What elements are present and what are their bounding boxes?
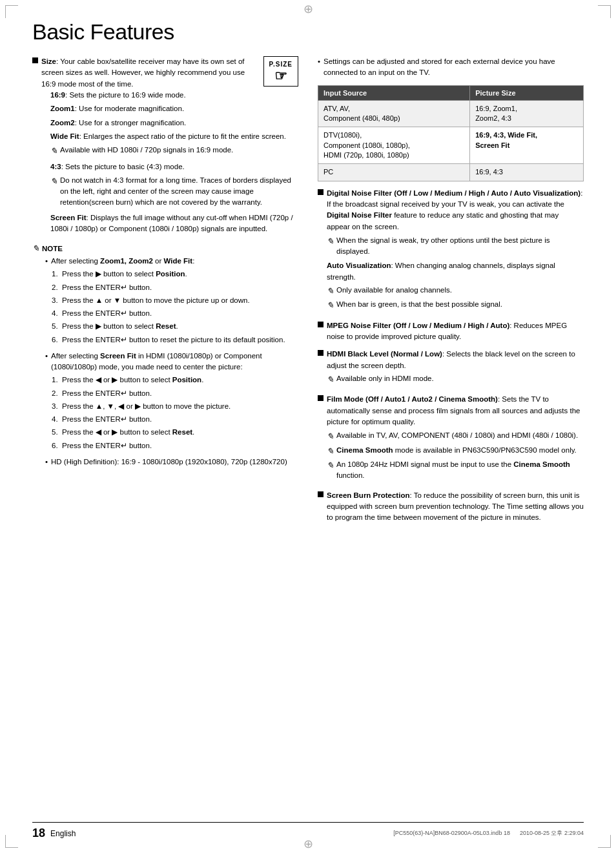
step-1-1: 1.Press the ▶ button to select Position. <box>52 269 298 280</box>
pencil-fm3-icon: ✎ <box>327 459 334 472</box>
pencil-dnf-icon: ✎ <box>327 235 334 248</box>
digital-noise-bullet: Digital Noise Filter (Off / Low / Medium… <box>318 188 584 314</box>
fm-note3-text: An 1080p 24Hz HDMI signal must be input … <box>336 459 584 482</box>
note-item-3: • HD (High Definition): 16:9 - 1080i/108… <box>45 457 298 468</box>
size-zoom1: Zoom1: Use for moderate magnification. <box>50 103 298 114</box>
note-pencil-icon: ✎ <box>32 243 39 253</box>
film-mode-section: Film Mode (Off / Auto1 / Auto2 / Cinema … <box>318 394 584 483</box>
corner-mark-br <box>598 835 611 848</box>
table-row: ATV, AV,Component (480i, 480p) 16:9, Zoo… <box>318 100 584 127</box>
fm-note2: ✎ Cinema Smooth mode is available in PN6… <box>327 445 584 458</box>
screen-burn-text: Screen Burn Protection: To reduce the po… <box>327 490 584 524</box>
table-cell-pc: PC <box>318 164 470 181</box>
note-header: ✎ NOTE <box>32 243 298 253</box>
table-row: PC 16:9, 4:3 <box>318 164 584 181</box>
numbered-list-2: 1.Press the ◀ or ▶ button to select Posi… <box>52 375 298 451</box>
pencil-fm2-icon: ✎ <box>327 445 334 458</box>
step-2-6: 6.Press the ENTER↵ button. <box>52 440 298 451</box>
dnf-note1-text: When the signal is weak, try other optio… <box>336 235 584 258</box>
table-header-input: Input Source <box>318 85 470 100</box>
mpeg-noise-text: MPEG Noise Filter (Off / Low / Medium / … <box>327 320 584 343</box>
auto-viz-note1-text: Only available for analog channels. <box>336 285 452 296</box>
screen-burn-bullet: Screen Burn Protection: To reduce the po… <box>318 490 584 524</box>
table-cell-dtv-size: 16:9, 4:3, Wide Fit,Screen Fit <box>470 127 584 164</box>
page-title: Basic Features <box>32 19 584 45</box>
fm-note2-text: Cinema Smooth mode is available in PN63C… <box>336 445 577 456</box>
corner-mark-tr <box>598 5 611 18</box>
digital-noise-text: Digital Noise Filter (Off / Low / Medium… <box>327 188 584 314</box>
hdmi-black-text: HDMI Black Level (Normal / Low): Selects… <box>327 349 584 387</box>
table-header-size: Picture Size <box>470 85 584 100</box>
note-43: ✎ Do not watch in 4:3 format for a long … <box>50 175 298 209</box>
size-16-9: 16:9: Sets the picture to 16:9 wide mode… <box>50 90 298 101</box>
size-43: 4:3: Sets the picture to basic (4:3) mod… <box>50 161 298 172</box>
settings-note-text: Settings can be adjusted and stored for … <box>323 56 584 79</box>
size-wide-fit: Wide Fit: Enlarges the aspect ratio of t… <box>50 131 298 142</box>
pencil-43-icon: ✎ <box>50 175 57 188</box>
size-label: Size <box>41 57 56 65</box>
step-1-4: 4.Press the ENTER↵ button. <box>52 308 298 319</box>
bullet-dot-1: • <box>45 256 48 267</box>
corner-mark-bl <box>5 835 18 848</box>
pencil-icon: ✎ <box>50 145 57 158</box>
table-cell-dtv: DTV(1080i),Component (1080i, 1080p),HDMI… <box>318 127 470 164</box>
hdmi-black-section: HDMI Black Level (Normal / Low): Selects… <box>318 349 584 387</box>
step-2-5: 5.Press the ◀ or ▶ button to select Rese… <box>52 427 298 438</box>
pencil-av1-icon: ✎ <box>327 285 334 298</box>
note-bullet-1: • After selecting Zoom1, Zoom2 or Wide F… <box>45 256 298 267</box>
size-intro-text: Size: Your cable box/satellite receiver … <box>41 56 298 237</box>
step-1-2: 2.Press the ENTER↵ button. <box>52 282 298 293</box>
mpeg-noise-section: MPEG Noise Filter (Off / Low / Medium / … <box>318 320 584 343</box>
pencil-hbl-icon: ✎ <box>327 373 334 386</box>
digital-noise-section: Digital Noise Filter (Off / Low / Medium… <box>318 188 584 314</box>
size-bullet-row: Size: Your cable box/satellite receiver … <box>32 56 298 237</box>
hbl-note: ✎ Available only in HDMI mode. <box>327 373 584 386</box>
auto-viz: Auto Visualization: When changing analog… <box>327 260 584 283</box>
page: ⊕ ⊕ Basic Features Size: Your cable box/… <box>0 0 616 853</box>
psize-button: P.SIZE ☞ <box>263 56 298 87</box>
square-bullet-mnf <box>318 322 323 327</box>
screen-burn-section: Screen Burn Protection: To reduce the po… <box>318 490 584 524</box>
film-mode-text: Film Mode (Off / Auto1 / Auto2 / Cinema … <box>327 394 584 483</box>
square-bullet-dnf <box>318 189 323 195</box>
step-2-4: 4.Press the ENTER↵ button. <box>52 414 298 425</box>
size-desc: : Your cable box/satellite receiver may … <box>41 57 245 88</box>
film-mode-bullet: Film Mode (Off / Auto1 / Auto2 / Cinema … <box>318 394 584 483</box>
table-cell-atv-size: 16:9, Zoom1,Zoom2, 4:3 <box>470 100 584 127</box>
hbl-note-text: Available only in HDMI mode. <box>336 373 434 384</box>
step-2-3: 3.Press the ▲, ▼, ◀ or ▶ button to move … <box>52 401 298 412</box>
note-item-2: • After selecting Screen Fit in HDMI (10… <box>45 351 298 451</box>
fm-note1: ✎ Available in TV, AV, COMPONENT (480i /… <box>327 430 584 443</box>
content-area: Size: Your cable box/satellite receiver … <box>32 56 584 529</box>
right-column: • Settings can be adjusted and stored fo… <box>318 56 584 529</box>
center-mark-top: ⊕ <box>303 2 313 16</box>
footer-page-number: 18 <box>32 827 45 840</box>
note-bullet-3-text: HD (High Definition): 16:9 - 1080i/1080p… <box>51 457 287 468</box>
square-bullet-fm <box>318 395 323 401</box>
dnf-note1: ✎ When the signal is weak, try other opt… <box>327 235 584 258</box>
square-bullet-sbp <box>318 491 323 497</box>
pencil-av2-icon: ✎ <box>327 299 334 312</box>
settings-note: • Settings can be adjusted and stored fo… <box>318 56 584 79</box>
square-bullet-hbl <box>318 350 323 356</box>
auto-viz-note2-text: When bar is green, is that the best poss… <box>336 299 502 310</box>
fm-note3: ✎ An 1080p 24Hz HDMI signal must be inpu… <box>327 459 584 482</box>
note-item-1: • After selecting Zoom1, Zoom2 or Wide F… <box>45 256 298 345</box>
bullet-dot-2: • <box>45 351 48 362</box>
bullet-dot-3: • <box>45 457 48 468</box>
note-label: NOTE <box>42 245 63 252</box>
size-section: Size: Your cable box/satellite receiver … <box>32 56 298 237</box>
mpeg-noise-bullet: MPEG Noise Filter (Off / Low / Medium / … <box>318 320 584 343</box>
note-bullet-1-text: After selecting Zoom1, Zoom2 or Wide Fit… <box>51 256 194 267</box>
note-hd: ✎ Available with HD 1080i / 720p signals… <box>50 145 298 158</box>
note-bullet-2-text: After selecting Screen Fit in HDMI (1080… <box>51 351 298 373</box>
note-bullet-2: • After selecting Screen Fit in HDMI (10… <box>45 351 298 373</box>
table-row: DTV(1080i),Component (1080i, 1080p),HDMI… <box>318 127 584 164</box>
bullet-dot-settings: • <box>318 56 320 67</box>
auto-viz-note1: ✎ Only available for analog channels. <box>327 285 584 298</box>
note-43-text: Do not watch in 4:3 format for a long ti… <box>60 175 298 209</box>
fm-note1-text: Available in TV, AV, COMPONENT (480i / 1… <box>336 430 578 441</box>
hand-icon: ☞ <box>274 69 287 83</box>
table-cell-pc-size: 16:9, 4:3 <box>470 164 584 181</box>
input-source-table: Input Source Picture Size ATV, AV,Compon… <box>318 85 584 181</box>
